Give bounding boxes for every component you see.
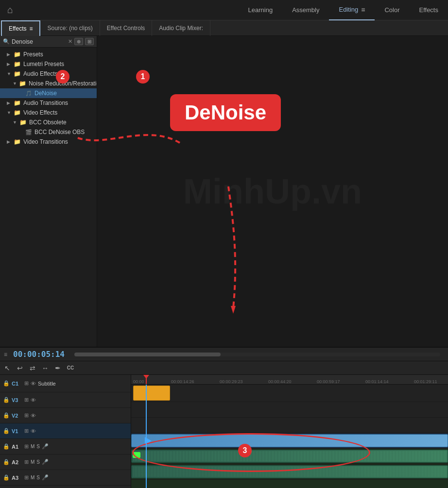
app-logo[interactable]: ⌂ [0,0,20,20]
lock-icon-a2[interactable]: 🔒 [3,459,10,465]
slip-tool-btn[interactable]: ↔ [40,363,51,373]
tree-item-denoise[interactable]: 🎵 DeNoise [0,88,97,98]
track-label-a2: 🔒 A2 ⊞ M S 🎤 [0,454,131,470]
tree-item-bcc-denoise[interactable]: 🎬 BCC DeNoise OBS [0,127,97,137]
lock-icon-v2[interactable]: 🔒 [3,412,10,419]
search-icon: 🔍 [3,38,10,45]
mute-a2[interactable]: M [31,459,34,465]
tab-source[interactable]: Source: (no clips) [40,20,100,36]
track-name-v1: V1 [12,428,22,434]
mute-a3[interactable]: M [31,475,34,480]
timeline-menu-icon[interactable]: ≡ [4,351,7,358]
editing-menu-icon: ≡ [361,6,365,14]
track-icon-v2[interactable]: ⊞ [24,412,29,419]
main-top-area: 🔍 ✕ ⊕ ⊞ ▶ 📁 Presets ▶ 📁 Lumetri Presets [0,36,448,347]
eye-icon-v3[interactable]: 👁 [31,397,36,403]
track-icon-a2[interactable]: ⊞ [24,459,29,465]
clip-audio-a2[interactable] [131,465,448,478]
tab-audio-clip-mixer[interactable]: Audio Clip Mixer: [152,20,210,36]
tab-effects[interactable]: Effects ≡ [1,20,40,36]
track-name-a3: A3 [12,475,22,481]
ripple-tool-btn[interactable]: ↩ [15,363,25,373]
tree-arrow-bcc-denoise [18,130,23,135]
panel-tabs: Effects ≡ Source: (no clips) Effect Cont… [0,20,448,36]
rolling-tool-btn[interactable]: ⇄ [27,363,38,373]
track-icon-sync-c1[interactable]: ⊞ [24,380,29,387]
timeline-ruler[interactable]: 00:00 00:00:14:26 00:00:29:23 00:00:44:2… [131,375,448,385]
search-clear-button[interactable]: ✕ [68,38,72,45]
timeline-progress-bar[interactable] [74,353,440,356]
file-icon-bcc-denoise: 🎬 [25,129,32,135]
audio-marker-a1 [133,452,140,458]
mix-row-label: 🔒 Mix 0.0 ⊳| [0,486,131,488]
pen-tool-btn[interactable]: ✒ [52,363,63,373]
tree-item-video-effects[interactable]: ▼ 📁 Video Effects [0,108,97,118]
tree-item-audio-transitions[interactable]: ▶ 📁 Audio Transitions [0,98,97,108]
search-input[interactable] [12,38,66,45]
clip-audio-a1[interactable] [131,450,448,463]
tree-item-audio-effects[interactable]: ▼ 📁 Audio Effects [0,69,97,79]
eye-icon-v2[interactable]: 👁 [31,413,36,419]
clip-video-v1[interactable] [131,434,448,447]
mic-icon-a1: 🎤 [42,443,49,450]
track-row-a3 [131,480,448,488]
lock-icon-a3[interactable]: 🔒 [3,474,10,481]
select-tool-btn[interactable]: ↖ [2,363,13,373]
nav-item-editing[interactable]: Editing ≡ [329,0,375,20]
nav-item-color[interactable]: Color [375,0,409,20]
home-icon: ⌂ [7,4,13,16]
solo-a1[interactable]: S [36,444,40,449]
track-icon-v1[interactable]: ⊞ [24,428,29,434]
cc-tool-btn[interactable]: CC [65,363,76,373]
tree-item-video-transitions[interactable]: ▶ 📁 Video Transitions [0,137,97,147]
tree-arrow-presets: ▶ [7,52,12,57]
nav-item-effects-top[interactable]: Effects [409,0,448,20]
ruler-mark-1: 00:00:14:26 [171,379,194,384]
track-name-v2: V2 [12,413,22,419]
solo-a2[interactable]: S [36,459,40,465]
eye-icon-v1[interactable]: 👁 [31,428,36,434]
tree-item-bcc-obsolete[interactable]: ▼ 📁 BCC Obsolete [0,118,97,127]
lock-icon-a1[interactable]: 🔒 [3,443,10,450]
track-label-v1: 🔒 V1 ⊞ 👁 [0,423,131,439]
timeline-body: 🔒 C1 ⊞ 👁 Subtitle 🔒 V3 ⊞ 👁 🔒 V2 ⊞ 👁 [0,375,448,488]
file-icon-denoise: 🎵 [25,90,32,97]
track-icon-v3[interactable]: ⊞ [24,397,29,403]
tree-item-noise-reduction[interactable]: ▼ 📁 Noise Reduction/Restoration [0,79,97,88]
track-name-v3: V3 [12,397,22,403]
folder-icon-bcc-obsolete: 📁 [19,119,27,126]
lock-icon-v1[interactable]: 🔒 [3,428,10,434]
track-row-a2 [131,464,448,480]
clip-subtitle[interactable] [133,386,170,401]
track-icon-a3[interactable]: ⊞ [24,474,29,481]
folder-icon-video-transitions: 📁 [14,138,21,145]
tree-arrow-denoise [18,91,23,96]
track-rows: 3 [131,385,448,488]
folder-icon-video-effects: 📁 [14,109,21,116]
nav-item-assembly[interactable]: Assembly [282,0,329,20]
timecode-display: 00:00:05:14 [13,350,65,359]
nav-item-learning[interactable]: Learning [239,0,283,20]
track-icon-a1[interactable]: ⊞ [24,443,29,450]
track-name-a2: A2 [12,459,22,465]
tree-arrow-audio-effects: ▼ [7,71,12,76]
solo-a3[interactable]: S [36,475,40,480]
tree-arrow-video-transitions: ▶ [7,139,12,144]
track-label-c1: 🔒 C1 ⊞ 👁 Subtitle [0,375,131,392]
tab-effect-controls[interactable]: Effect Controls [100,20,152,36]
eye-icon-c1[interactable]: 👁 [31,381,36,387]
tree-arrow-noise-reduction: ▼ [13,81,17,86]
mic-icon-a2: 🎤 [42,459,49,465]
tree-item-lumetri[interactable]: ▶ 📁 Lumetri Presets [0,59,97,69]
playhead-ruler [146,375,147,384]
folder-icon-audio-effects: 📁 [14,70,21,77]
search-grid-btn[interactable]: ⊞ [85,38,94,45]
lock-icon-c1[interactable]: 🔒 [3,380,10,387]
tree-arrow-lumetri: ▶ [7,62,12,67]
mute-a1[interactable]: M [31,444,34,449]
tree-item-presets[interactable]: ▶ 📁 Presets [0,50,97,59]
lock-icon-v3[interactable]: 🔒 [3,397,10,403]
ruler-mark-0: 00:00 [133,379,144,384]
tab-effects-label: Effects [9,25,26,32]
search-new-folder-btn[interactable]: ⊕ [74,38,83,45]
